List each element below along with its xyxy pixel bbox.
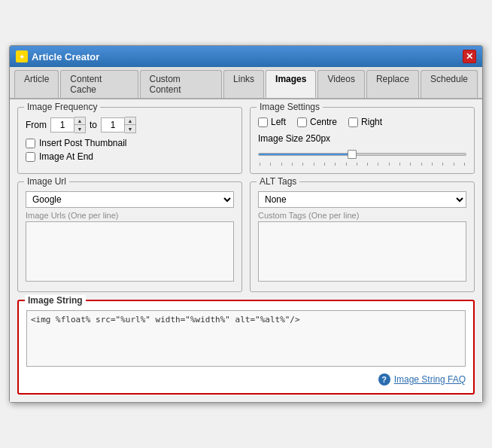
image-at-end-row: Image At End bbox=[26, 151, 234, 162]
from-label: From bbox=[26, 120, 47, 130]
image-at-end-label: Image At End bbox=[39, 151, 93, 162]
close-button[interactable]: ✕ bbox=[463, 50, 476, 63]
image-frequency-label: Image Frequency bbox=[24, 102, 100, 112]
image-at-end-checkbox[interactable] bbox=[26, 152, 35, 162]
slider-track[interactable] bbox=[258, 153, 466, 156]
custom-tags-label: Custom Tags (One per line) bbox=[258, 211, 466, 220]
image-string-textarea-wrapper: <img %float% src="%url%" width="%width%"… bbox=[26, 307, 466, 369]
window-title: Article Creator bbox=[32, 51, 99, 62]
image-url-select-row: Google Bing Yahoo Custom bbox=[26, 191, 234, 208]
alt-tags-select[interactable]: None Custom Auto bbox=[258, 191, 466, 208]
to-input[interactable] bbox=[101, 117, 125, 133]
slider-ticks bbox=[258, 163, 466, 166]
image-url-panel: Image Url Google Bing Yahoo Custom Image… bbox=[17, 181, 242, 292]
alt-tags-textarea-wrapper bbox=[258, 221, 466, 284]
app-icon: ✦ bbox=[16, 50, 28, 62]
tab-custom-content[interactable]: Custom Content bbox=[140, 70, 223, 98]
tab-videos[interactable]: Videos bbox=[317, 70, 364, 98]
from-input[interactable] bbox=[50, 117, 74, 133]
image-url-label: Image Url bbox=[24, 176, 69, 187]
alt-tags-panel: ALT Tags None Custom Auto Custom Tags (O… bbox=[250, 181, 475, 292]
insert-post-thumbnail-row: Insert Post Thumbnail bbox=[26, 138, 234, 148]
from-spinner-btns: ▲ ▼ bbox=[74, 117, 86, 133]
from-spinner[interactable]: ▲ ▼ bbox=[50, 117, 86, 133]
align-row: Left Centre Right bbox=[258, 117, 466, 127]
centre-align-item: Centre bbox=[297, 117, 337, 127]
to-spinner[interactable]: ▲ ▼ bbox=[101, 117, 136, 133]
to-spinner-btns: ▲ ▼ bbox=[125, 117, 136, 133]
image-size-slider-container bbox=[258, 147, 466, 162]
image-url-textarea-wrapper bbox=[26, 221, 234, 284]
right-label: Right bbox=[361, 117, 382, 127]
image-string-section-label: Image String bbox=[25, 295, 86, 306]
image-url-textarea[interactable] bbox=[26, 221, 234, 282]
alt-tags-label: ALT Tags bbox=[257, 176, 299, 187]
left-align-item: Left bbox=[258, 117, 286, 127]
to-spinner-down[interactable]: ▼ bbox=[125, 125, 135, 133]
right-align-item: Right bbox=[348, 117, 382, 127]
to-label: to bbox=[90, 120, 97, 130]
middle-row: Image Url Google Bing Yahoo Custom Image… bbox=[17, 181, 475, 292]
tab-article[interactable]: Article bbox=[14, 70, 59, 98]
right-checkbox[interactable] bbox=[348, 117, 358, 127]
title-bar: ✦ Article Creator ✕ bbox=[10, 46, 482, 67]
tab-schedule[interactable]: Schedule bbox=[421, 70, 478, 98]
image-urls-label: Image Urls (One per line) bbox=[26, 211, 234, 220]
image-frequency-panel: Image Frequency From ▲ ▼ to bbox=[17, 107, 242, 174]
faq-row: ? Image String FAQ bbox=[26, 373, 466, 386]
main-content: Image Frequency From ▲ ▼ to bbox=[10, 99, 482, 402]
image-string-panel: Image String <img %float% src="%url%" wi… bbox=[17, 300, 475, 395]
faq-icon: ? bbox=[378, 373, 390, 386]
tab-content-cache[interactable]: Content Cache bbox=[60, 70, 138, 98]
tab-replace[interactable]: Replace bbox=[366, 70, 419, 98]
tab-images[interactable]: Images bbox=[266, 70, 316, 98]
alt-tags-textarea[interactable] bbox=[258, 221, 466, 282]
left-checkbox[interactable] bbox=[258, 117, 268, 127]
frequency-row: From ▲ ▼ to ▲ ▼ bbox=[26, 117, 234, 133]
image-string-textarea[interactable]: <img %float% src="%url%" width="%width%"… bbox=[26, 310, 466, 367]
centre-label: Centre bbox=[310, 117, 337, 127]
insert-post-thumbnail-checkbox[interactable] bbox=[26, 139, 35, 148]
centre-checkbox[interactable] bbox=[297, 117, 307, 127]
left-label: Left bbox=[271, 117, 286, 127]
image-settings-label: Image Settings bbox=[257, 102, 323, 112]
main-window: ✦ Article Creator ✕ Article Content Cach… bbox=[9, 45, 483, 403]
image-settings-panel: Image Settings Left Centre Right bbox=[250, 107, 475, 174]
image-size-label: Image Size 250px bbox=[258, 133, 466, 144]
tab-links[interactable]: Links bbox=[223, 70, 264, 98]
insert-post-thumbnail-label: Insert Post Thumbnail bbox=[39, 138, 127, 148]
from-spinner-down[interactable]: ▼ bbox=[74, 125, 85, 133]
from-spinner-up[interactable]: ▲ bbox=[74, 117, 85, 125]
top-row: Image Frequency From ▲ ▼ to bbox=[17, 107, 475, 174]
slider-thumb[interactable] bbox=[348, 150, 357, 159]
faq-link[interactable]: Image String FAQ bbox=[394, 374, 466, 385]
alt-tags-select-row: None Custom Auto bbox=[258, 191, 466, 208]
image-url-select[interactable]: Google Bing Yahoo Custom bbox=[26, 191, 234, 208]
title-bar-left: ✦ Article Creator bbox=[16, 50, 99, 62]
tabs-bar: Article Content Cache Custom Content Lin… bbox=[10, 67, 482, 99]
to-spinner-up[interactable]: ▲ bbox=[125, 117, 135, 125]
slider-fill bbox=[259, 154, 352, 155]
